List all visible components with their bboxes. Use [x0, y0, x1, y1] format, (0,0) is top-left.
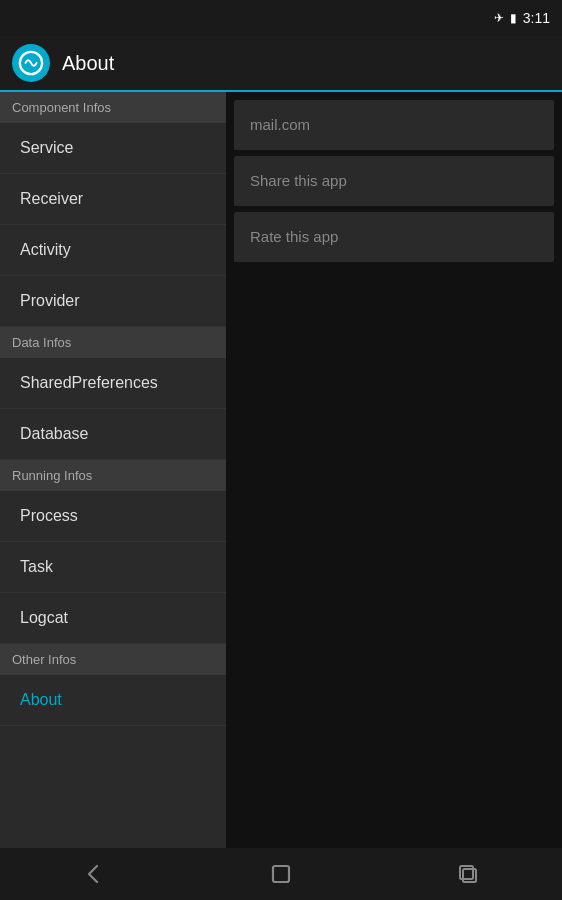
section-header-other: Other Infos — [0, 644, 226, 675]
back-button[interactable] — [64, 854, 124, 894]
sidebar-item-task[interactable]: Task — [0, 542, 226, 593]
content-card-email: mail.com — [234, 100, 554, 150]
sidebar-item-provider[interactable]: Provider — [0, 276, 226, 327]
svg-rect-3 — [460, 866, 473, 879]
bottom-bar — [0, 848, 562, 900]
sidebar-item-receiver[interactable]: Receiver — [0, 174, 226, 225]
section-header-data: Data Infos — [0, 327, 226, 358]
airplane-icon: ✈ — [494, 11, 504, 25]
recents-button[interactable] — [438, 854, 498, 894]
sidebar-item-process[interactable]: Process — [0, 491, 226, 542]
sidebar-item-service[interactable]: Service — [0, 123, 226, 174]
status-icons: ✈ ▮ 3:11 — [494, 10, 550, 26]
svg-rect-2 — [463, 869, 476, 882]
sidebar-item-about[interactable]: About — [0, 675, 226, 726]
main-layout: Component Infos Service Receiver Activit… — [0, 92, 562, 848]
content-card-share[interactable]: Share this app — [234, 156, 554, 206]
sidebar: Component Infos Service Receiver Activit… — [0, 92, 226, 848]
battery-icon: ▮ — [510, 11, 517, 25]
section-header-running: Running Infos — [0, 460, 226, 491]
sidebar-item-activity[interactable]: Activity — [0, 225, 226, 276]
section-header-component: Component Infos — [0, 92, 226, 123]
sidebar-item-database[interactable]: Database — [0, 409, 226, 460]
top-bar: About — [0, 36, 562, 92]
status-bar: ✈ ▮ 3:11 — [0, 0, 562, 36]
app-logo — [12, 44, 50, 82]
status-time: 3:11 — [523, 10, 550, 26]
sidebar-item-sharedprefs[interactable]: SharedPreferences — [0, 358, 226, 409]
content-card-rate[interactable]: Rate this app — [234, 212, 554, 262]
content-area: mail.com Share this app Rate this app — [226, 92, 562, 848]
svg-rect-1 — [273, 866, 289, 882]
sidebar-item-logcat[interactable]: Logcat — [0, 593, 226, 644]
home-button[interactable] — [251, 854, 311, 894]
top-bar-title: About — [62, 52, 114, 75]
